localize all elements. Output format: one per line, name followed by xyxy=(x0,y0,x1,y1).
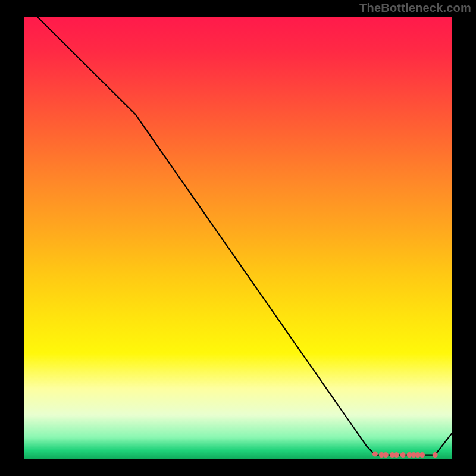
bottleneck-curve-line xyxy=(24,17,452,455)
data-marker xyxy=(400,452,406,458)
data-marker xyxy=(372,452,378,457)
data-marker xyxy=(433,452,438,458)
plot-area xyxy=(24,17,452,459)
data-marker xyxy=(383,452,389,458)
data-marker xyxy=(419,452,425,458)
chart-svg xyxy=(24,17,452,459)
chart-frame: TheBottleneck.com xyxy=(0,0,476,476)
watermark-label: TheBottleneck.com xyxy=(359,1,471,15)
data-marker xyxy=(394,452,399,458)
